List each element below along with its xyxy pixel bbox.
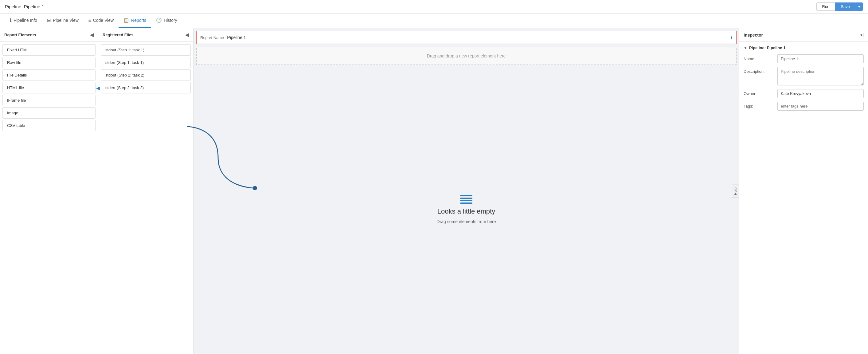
inspector-tags-row: Tags: bbox=[744, 102, 864, 111]
tags-label: Tags: bbox=[744, 102, 774, 109]
name-label: Name: bbox=[744, 54, 774, 61]
report-name-label: Report Name bbox=[200, 35, 224, 40]
registered-files-collapse-btn[interactable]: ◀ bbox=[185, 32, 189, 38]
registered-files-header: Registered Files ◀ bbox=[98, 28, 193, 42]
empty-canvas: Looks a little empty Drag some elements … bbox=[193, 65, 739, 354]
empty-title: Looks a little empty bbox=[437, 207, 495, 215]
elements-list: Fixed HTML Raw file File Details HTML fi… bbox=[0, 42, 98, 134]
registered-files-panel: Registered Files ◀ stdout (Step 1: task … bbox=[98, 28, 193, 354]
file-stderr-task2[interactable]: ◀ stderr (Step 2: task 2) bbox=[101, 82, 191, 93]
section-chevron: ▼ bbox=[744, 46, 747, 50]
nav-tabs: ℹ Pipeline Info ⊟ Pipeline View ≡ Code V… bbox=[0, 13, 868, 28]
element-html-file[interactable]: HTML file bbox=[2, 82, 95, 93]
registered-files-title: Registered Files bbox=[102, 33, 133, 37]
file-stdout-task1[interactable]: stdout (Step 1: task 1) bbox=[101, 44, 191, 56]
history-icon: 🕐 bbox=[156, 18, 162, 23]
inspector-owner-row: Owner: bbox=[744, 89, 864, 98]
description-textarea[interactable] bbox=[777, 67, 864, 85]
inspector-title: Inspector bbox=[744, 33, 763, 37]
inspector-panel: Inspector >| ▼ Pipeline: Pipeline 1 Name… bbox=[739, 28, 868, 354]
report-canvas-wrapper: Report Name Pipeline 1 ℹ Drag and drop a… bbox=[193, 28, 739, 354]
element-file-details[interactable]: File Details bbox=[2, 69, 95, 81]
tab-history[interactable]: 🕐 History bbox=[151, 13, 182, 28]
code-view-icon: ≡ bbox=[89, 18, 91, 23]
element-iframe-file[interactable]: IFrame file bbox=[2, 95, 95, 106]
empty-state-icon bbox=[460, 195, 472, 204]
run-button[interactable]: Run bbox=[816, 2, 835, 11]
inspector-section-label: Pipeline: Pipeline 1 bbox=[749, 46, 785, 50]
tags-input[interactable] bbox=[777, 102, 864, 111]
drop-zone-text: Drag and drop a new report element here bbox=[427, 54, 506, 58]
element-image[interactable]: Image bbox=[2, 107, 95, 119]
file-stdout-task2[interactable]: stdout (Step 2: task 2) bbox=[101, 69, 191, 81]
tab-pipeline-view[interactable]: ⊟ Pipeline View bbox=[42, 13, 84, 28]
top-bar-actions: Run Save ▾ bbox=[816, 2, 863, 11]
name-input[interactable] bbox=[777, 54, 864, 63]
help-sidebar: Help bbox=[732, 28, 739, 354]
tab-pipeline-info[interactable]: ℹ Pipeline Info bbox=[5, 13, 42, 28]
tab-reports-label: Reports bbox=[131, 18, 146, 23]
tab-code-view-label: Code View bbox=[93, 18, 114, 23]
element-csv-table[interactable]: CSV table bbox=[2, 120, 95, 131]
owner-input[interactable] bbox=[777, 89, 864, 98]
inspector-name-row: Name: bbox=[744, 54, 864, 63]
files-list: stdout (Step 1: task 1) stderr (Step 1: … bbox=[98, 42, 193, 96]
info-icon: ℹ bbox=[10, 18, 12, 23]
inspector-header: Inspector >| bbox=[739, 28, 868, 42]
drop-zone[interactable]: Drag and drop a new report element here bbox=[196, 47, 737, 65]
report-name-value: Pipeline 1 bbox=[227, 35, 731, 40]
empty-subtitle: Drag some elements from here bbox=[437, 219, 496, 224]
inspector-collapse-btn[interactable]: >| bbox=[860, 33, 864, 37]
canvas-content: Report Name Pipeline 1 ℹ Drag and drop a… bbox=[193, 28, 739, 354]
save-button[interactable]: Save bbox=[835, 2, 856, 11]
report-elements-panel: Report Elements ◀ Fixed HTML Raw file Fi… bbox=[0, 28, 98, 354]
inspector-section: ▼ Pipeline: Pipeline 1 Name: Description… bbox=[739, 42, 868, 118]
tab-reports[interactable]: 📋 Reports bbox=[119, 13, 151, 28]
main-layout: Report Elements ◀ Fixed HTML Raw file Fi… bbox=[0, 28, 868, 354]
tab-pipeline-info-label: Pipeline Info bbox=[13, 18, 37, 23]
element-raw-file[interactable]: Raw file bbox=[2, 57, 95, 68]
owner-label: Owner: bbox=[744, 89, 774, 96]
report-elements-header: Report Elements ◀ bbox=[0, 28, 98, 42]
tab-history-label: History bbox=[164, 18, 177, 23]
page-title: Pipeline: Pipeline 1 bbox=[5, 4, 44, 9]
report-name-bar: Report Name Pipeline 1 ℹ bbox=[196, 31, 737, 44]
reports-icon: 📋 bbox=[123, 18, 129, 23]
tab-code-view[interactable]: ≡ Code View bbox=[84, 13, 119, 28]
save-caret-button[interactable]: ▾ bbox=[856, 2, 863, 11]
inspector-description-row: Description: bbox=[744, 67, 864, 85]
element-fixed-html[interactable]: Fixed HTML bbox=[2, 44, 95, 56]
pipeline-view-icon: ⊟ bbox=[47, 18, 51, 23]
inspector-section-title: ▼ Pipeline: Pipeline 1 bbox=[744, 46, 864, 50]
help-tab[interactable]: Help bbox=[732, 185, 739, 198]
report-elements-title: Report Elements bbox=[4, 33, 36, 37]
report-elements-collapse-btn[interactable]: ◀ bbox=[90, 32, 94, 38]
tab-pipeline-view-label: Pipeline View bbox=[53, 18, 79, 23]
top-bar: Pipeline: Pipeline 1 Run Save ▾ bbox=[0, 0, 868, 13]
description-label: Description: bbox=[744, 67, 774, 74]
file-stderr-task1[interactable]: stderr (Step 1: task 1) bbox=[101, 57, 191, 68]
